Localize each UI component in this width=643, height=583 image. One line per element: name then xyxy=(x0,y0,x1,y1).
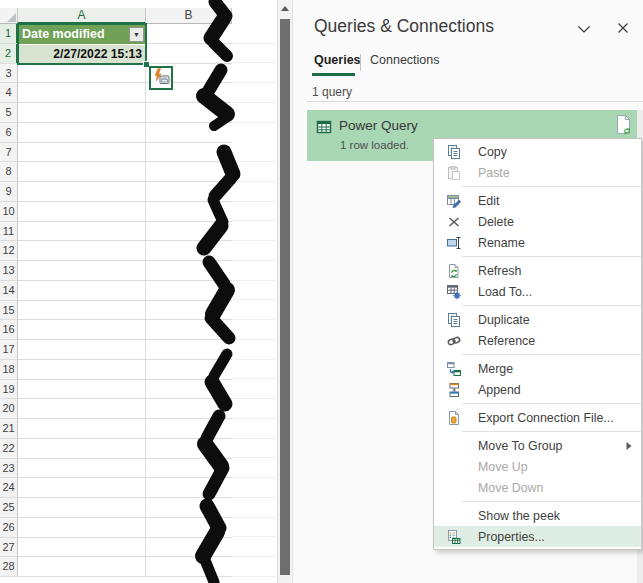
row-header-26[interactable]: 26 xyxy=(0,518,18,537)
menu-item-copy[interactable]: Copy xyxy=(434,141,641,162)
cell-A20[interactable] xyxy=(18,399,146,418)
cell-A14[interactable] xyxy=(18,281,146,300)
cell-A10[interactable] xyxy=(18,202,146,221)
cell-B19[interactable] xyxy=(146,380,232,399)
cell-B15[interactable] xyxy=(146,301,232,320)
cell-A17[interactable] xyxy=(18,340,146,359)
cell-A12[interactable] xyxy=(18,241,146,260)
cell-A11[interactable] xyxy=(18,222,146,241)
cell-A25[interactable] xyxy=(18,498,146,517)
row-header-5[interactable]: 5 xyxy=(0,103,18,122)
row-header-19[interactable]: 19 xyxy=(0,380,18,399)
cell-B23[interactable] xyxy=(146,459,232,478)
menu-item-edit[interactable]: Edit xyxy=(434,190,641,211)
cell-A2[interactable]: 2/27/2022 15:13 xyxy=(19,45,146,64)
row-header-9[interactable]: 9 xyxy=(0,182,18,201)
row-header-4[interactable]: 4 xyxy=(0,83,18,102)
cell-A22[interactable] xyxy=(18,439,146,458)
row-header-21[interactable]: 21 xyxy=(0,419,18,438)
cell-B2[interactable] xyxy=(146,44,232,63)
cell-A27[interactable] xyxy=(18,538,146,557)
column-header-B[interactable]: B xyxy=(146,8,232,24)
menu-item-properties[interactable]: Properties... xyxy=(434,526,641,547)
cell-B10[interactable] xyxy=(146,202,232,221)
cell-A8[interactable] xyxy=(18,162,146,181)
menu-item-duplicate[interactable]: Duplicate xyxy=(434,309,641,330)
row-header-18[interactable]: 18 xyxy=(0,360,18,379)
row-header-24[interactable]: 24 xyxy=(0,478,18,497)
row-header-12[interactable]: 12 xyxy=(0,241,18,260)
cell-A13[interactable] xyxy=(18,261,146,280)
cell-B13[interactable] xyxy=(146,261,232,280)
menu-item-export-connection-file[interactable]: Export Connection File... xyxy=(434,407,641,428)
cell-A15[interactable] xyxy=(18,301,146,320)
pane-collapse-button[interactable] xyxy=(574,20,594,38)
menu-item-reference[interactable]: Reference xyxy=(434,330,641,351)
scroll-up-button[interactable] xyxy=(278,0,292,17)
cell-B8[interactable] xyxy=(146,162,232,181)
row-header-8[interactable]: 8 xyxy=(0,162,18,181)
cell-B20[interactable] xyxy=(146,399,232,418)
cell-B25[interactable] xyxy=(146,498,232,517)
row-header-20[interactable]: 20 xyxy=(0,399,18,418)
row-header-2[interactable]: 2 xyxy=(0,44,18,63)
quick-analysis-button[interactable] xyxy=(149,66,173,90)
scrollbar-thumb[interactable] xyxy=(280,19,290,575)
cell-B22[interactable] xyxy=(146,439,232,458)
cell-B18[interactable] xyxy=(146,360,232,379)
menu-item-rename[interactable]: Rename xyxy=(434,232,641,253)
menu-item-load-to[interactable]: Load To... xyxy=(434,281,641,302)
cell-A26[interactable] xyxy=(18,518,146,537)
cell-A28[interactable] xyxy=(18,557,146,576)
cell-A7[interactable] xyxy=(18,143,146,162)
cell-A19[interactable] xyxy=(18,380,146,399)
cell-A3[interactable] xyxy=(18,64,146,83)
menu-item-delete[interactable]: Delete xyxy=(434,211,641,232)
row-header-25[interactable]: 25 xyxy=(0,498,18,517)
cell-B7[interactable] xyxy=(146,143,232,162)
cell-A9[interactable] xyxy=(18,182,146,201)
filter-dropdown-icon[interactable]: ▼ xyxy=(129,27,144,42)
cell-B5[interactable] xyxy=(146,103,232,122)
worksheet-scrollbar[interactable] xyxy=(277,0,292,583)
row-header-1[interactable]: 1 xyxy=(0,24,18,43)
row-header-28[interactable]: 28 xyxy=(0,557,18,576)
row-header-16[interactable]: 16 xyxy=(0,320,18,339)
cell-B24[interactable] xyxy=(146,478,232,497)
row-header-22[interactable]: 22 xyxy=(0,439,18,458)
select-all-corner[interactable] xyxy=(0,8,18,24)
cell-B12[interactable] xyxy=(146,241,232,260)
cell-B16[interactable] xyxy=(146,320,232,339)
cell-B9[interactable] xyxy=(146,182,232,201)
cell-A24[interactable] xyxy=(18,478,146,497)
row-header-23[interactable]: 23 xyxy=(0,459,18,478)
cell-B1[interactable] xyxy=(146,24,232,43)
cell-A6[interactable] xyxy=(18,123,146,142)
menu-item-append[interactable]: Append xyxy=(434,379,641,400)
row-header-15[interactable]: 15 xyxy=(0,301,18,320)
row-header-6[interactable]: 6 xyxy=(0,123,18,142)
cell-A5[interactable] xyxy=(18,103,146,122)
cell-A16[interactable] xyxy=(18,320,146,339)
pane-close-button[interactable] xyxy=(613,20,633,38)
cell-B26[interactable] xyxy=(146,518,232,537)
row-header-13[interactable]: 13 xyxy=(0,261,18,280)
refresh-document-icon[interactable] xyxy=(614,114,634,138)
cell-A1[interactable]: Date modified ▼ xyxy=(19,25,146,44)
menu-item-refresh[interactable]: Refresh xyxy=(434,260,641,281)
row-header-7[interactable]: 7 xyxy=(0,143,18,162)
row-header-10[interactable]: 10 xyxy=(0,202,18,221)
menu-item-move-to-group[interactable]: Move To Group xyxy=(434,435,641,456)
cell-A18[interactable] xyxy=(18,360,146,379)
menu-item-show-the-peek[interactable]: Show the peek xyxy=(434,505,641,526)
cell-B11[interactable] xyxy=(146,222,232,241)
tab-connections[interactable]: Connections xyxy=(370,53,440,67)
tab-queries[interactable]: Queries xyxy=(314,53,361,67)
row-header-17[interactable]: 17 xyxy=(0,340,18,359)
row-header-27[interactable]: 27 xyxy=(0,538,18,557)
row-header-3[interactable]: 3 xyxy=(0,64,18,83)
cell-A23[interactable] xyxy=(18,459,146,478)
cell-A21[interactable] xyxy=(18,419,146,438)
row-header-14[interactable]: 14 xyxy=(0,281,18,300)
row-header-11[interactable]: 11 xyxy=(0,222,18,241)
